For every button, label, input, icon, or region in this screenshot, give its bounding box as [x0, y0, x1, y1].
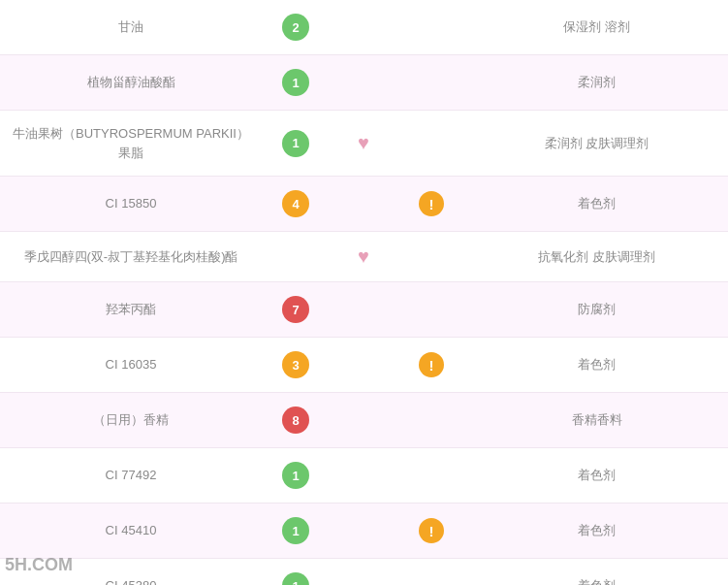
ingredient-type: 着色剂: [465, 177, 728, 232]
warning-icon: !: [419, 352, 444, 377]
score-cell: 1: [262, 111, 330, 177]
ingredients-table: 甘油2保湿剂 溶剂植物甾醇油酸酯1柔润剂牛油果树（BUTYROSPERMUM P…: [0, 0, 728, 585]
ingredient-type: 保湿剂 溶剂: [465, 0, 728, 55]
ingredient-type: 抗氧化剂 皮肤调理剂: [465, 232, 728, 282]
ingredient-name: CI 16035: [0, 338, 262, 393]
table-row: 季戊四醇四(双-叔丁基羟基化肉桂酸)酯♥抗氧化剂 皮肤调理剂: [0, 232, 728, 282]
score-badge: 2: [282, 14, 309, 41]
ingredient-type: 着色剂: [465, 338, 728, 393]
score-badge: 8: [282, 406, 309, 434]
score-cell: 3: [262, 338, 330, 393]
score-cell: 1: [262, 55, 330, 111]
ingredient-type: 着色剂: [465, 559, 728, 586]
score-badge: 4: [282, 190, 309, 217]
heart-cell: ♥: [330, 232, 397, 282]
ingredient-name: CI 45380: [0, 559, 262, 586]
score-badge: 7: [282, 296, 309, 323]
table-row: CI 160353!着色剂: [0, 338, 728, 393]
heart-cell: [330, 282, 397, 338]
score-badge: 1: [282, 69, 309, 96]
warn-cell: [397, 448, 465, 504]
score-cell: 8: [262, 393, 330, 448]
score-cell: 1: [262, 559, 330, 586]
ingredient-name: 甘油: [0, 0, 262, 55]
score-cell: 2: [262, 0, 330, 55]
warn-cell: [397, 111, 465, 177]
table-row: CI 158504!着色剂: [0, 177, 728, 232]
warn-cell: [397, 282, 465, 338]
warn-cell: !: [397, 338, 465, 393]
table-row: （日用）香精8香精香料: [0, 393, 728, 448]
score-cell: 4: [262, 177, 330, 232]
ingredient-name: （日用）香精: [0, 393, 262, 448]
ingredient-type: 柔润剂 皮肤调理剂: [465, 111, 728, 177]
table-row: 羟苯丙酯7防腐剂: [0, 282, 728, 338]
warn-cell: [397, 393, 465, 448]
warning-icon: !: [419, 518, 444, 543]
warn-cell: !: [397, 504, 465, 559]
warn-cell: [397, 559, 465, 586]
warn-cell: !: [397, 177, 465, 232]
heart-icon: ♥: [358, 132, 369, 153]
score-cell: 1: [262, 448, 330, 504]
ingredient-type: 防腐剂: [465, 282, 728, 338]
heart-cell: [330, 0, 397, 55]
score-badge: 1: [282, 572, 309, 585]
heart-cell: [330, 504, 397, 559]
score-badge: 1: [282, 517, 309, 544]
heart-cell: [330, 393, 397, 448]
ingredient-name: CI 15850: [0, 177, 262, 232]
score-cell: 7: [262, 282, 330, 338]
warn-cell: [397, 232, 465, 282]
table-row: CI 453801着色剂: [0, 559, 728, 586]
score-badge: 3: [282, 351, 309, 378]
ingredient-name: 羟苯丙酯: [0, 282, 262, 338]
table-row: 植物甾醇油酸酯1柔润剂: [0, 55, 728, 111]
score-badge: 1: [282, 130, 309, 157]
ingredient-type: 香精香料: [465, 393, 728, 448]
heart-cell: [330, 55, 397, 111]
table-row: CI 454101!着色剂: [0, 504, 728, 559]
heart-cell: [330, 177, 397, 232]
score-cell: 1: [262, 504, 330, 559]
table-row: 甘油2保湿剂 溶剂: [0, 0, 728, 55]
ingredient-type: 着色剂: [465, 504, 728, 559]
ingredient-name: CI 45410: [0, 504, 262, 559]
ingredient-name: 植物甾醇油酸酯: [0, 55, 262, 111]
table-row: 牛油果树（BUTYROSPERMUM PARKII）果脂1♥柔润剂 皮肤调理剂: [0, 111, 728, 177]
heart-cell: [330, 338, 397, 393]
ingredient-name: 季戊四醇四(双-叔丁基羟基化肉桂酸)酯: [0, 232, 262, 282]
heart-cell: [330, 448, 397, 504]
ingredient-name: 牛油果树（BUTYROSPERMUM PARKII）果脂: [0, 111, 262, 177]
heart-icon: ♥: [358, 245, 369, 267]
heart-cell: [330, 559, 397, 586]
score-badge: 1: [282, 462, 309, 489]
ingredient-type: 着色剂: [465, 448, 728, 504]
table-row: CI 774921着色剂: [0, 448, 728, 504]
warn-cell: [397, 0, 465, 55]
warn-cell: [397, 55, 465, 111]
heart-cell: ♥: [330, 111, 397, 177]
ingredient-type: 柔润剂: [465, 55, 728, 111]
warning-icon: !: [419, 191, 444, 216]
score-cell: [262, 232, 330, 282]
ingredient-name: CI 77492: [0, 448, 262, 504]
